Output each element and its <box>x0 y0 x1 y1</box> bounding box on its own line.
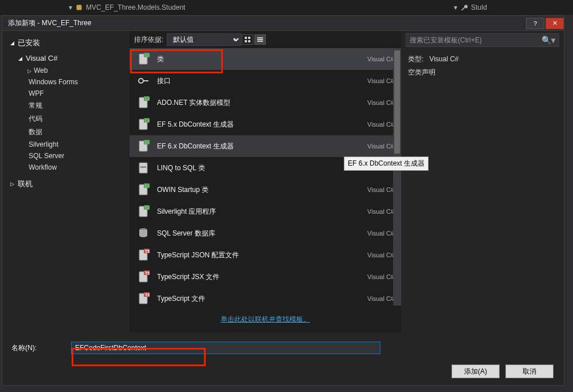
template-item[interactable]: C#ADO.NET 实体数据模型Visual C# <box>129 92 401 113</box>
template-icon: TS <box>136 248 150 262</box>
tree-item[interactable]: Silverlight <box>2 139 129 150</box>
template-label: EF 5.x DbContext 生成器 <box>157 120 360 130</box>
online-templates-link-row: 单击此处以联机并查找模板。 <box>129 305 401 332</box>
small-icons-view[interactable] <box>254 34 266 45</box>
sort-label: 排序依据: <box>134 35 163 45</box>
collapse-icon: ◢ <box>18 56 22 61</box>
online-templates-link[interactable]: 单击此处以联机并查找模板。 <box>221 315 310 323</box>
scrollbar-thumb[interactable] <box>394 50 400 154</box>
svg-text:TS: TS <box>145 249 150 253</box>
sort-select[interactable]: 默认值 <box>167 33 241 46</box>
breadcrumb-right-text: StuId <box>471 3 487 11</box>
medium-icons-view[interactable] <box>242 34 253 45</box>
svg-text:C#: C# <box>145 184 150 188</box>
template-lang: Visual C# <box>367 99 394 106</box>
grid-icon <box>244 36 251 43</box>
template-lang: Visual C# <box>367 121 394 128</box>
template-icon: C# <box>136 52 150 66</box>
template-item[interactable]: C#OWIN Startup 类Visual C# <box>129 179 401 201</box>
svg-rect-28 <box>140 166 146 168</box>
template-label: TypeScript JSX 文件 <box>157 272 360 282</box>
template-label: LINQ to SQL 类 <box>157 163 360 173</box>
template-item[interactable]: C#EF 6.x DbContext 生成器Visual C# <box>129 135 401 157</box>
add-new-item-dialog: 添加新项 - MVC_EF_Three ? ✕ ◢ 已安装 ◢ Visual C… <box>2 15 564 386</box>
csharp-node[interactable]: ◢ Visual C# <box>2 52 129 65</box>
tree-item[interactable]: 代码 <box>2 112 129 126</box>
template-label: ADO.NET 实体数据模型 <box>157 98 360 108</box>
csharp-label: Visual C# <box>26 54 57 62</box>
template-item[interactable]: TSTypeScript 文件Visual C# <box>129 288 401 305</box>
template-label: 接口 <box>157 76 360 86</box>
template-lang: Visual C# <box>367 186 394 193</box>
svg-rect-7 <box>257 41 263 42</box>
svg-text:TS: TS <box>145 271 150 275</box>
template-item[interactable]: C#类Visual C# <box>129 48 401 70</box>
breadcrumb-left[interactable]: ▾ MVC_EF_Three.Models.Student <box>6 3 185 11</box>
ide-breadcrumb-bar: ▾ MVC_EF_Three.Models.Student ▾ StuId <box>0 0 573 15</box>
template-item[interactable]: 接口Visual C# <box>129 70 401 92</box>
tree-item[interactable]: 常规 <box>2 99 129 112</box>
help-button[interactable]: ? <box>526 18 544 29</box>
template-item[interactable]: C#Silverlight 应用程序Visual C# <box>129 201 401 222</box>
name-row: 名称(N): <box>2 332 564 359</box>
template-item[interactable]: C#EF 5.x DbContext 生成器Visual C# <box>129 113 401 135</box>
breadcrumb-right[interactable]: ▾ StuId <box>454 3 567 11</box>
chevron-down-icon: ▾ <box>69 3 72 11</box>
class-icon <box>76 4 83 11</box>
search-templates-input[interactable]: 搜索已安装模板(Ctrl+E) 🔍▾ <box>406 33 559 47</box>
template-icon: TS <box>136 270 150 284</box>
template-lang: Visual C# <box>367 273 394 280</box>
tree-item[interactable]: WPF <box>2 88 129 99</box>
svg-text:TS: TS <box>145 293 150 297</box>
tree-item[interactable]: Windows Forms <box>2 76 129 88</box>
svg-text:C#: C# <box>145 119 150 123</box>
template-item[interactable]: TSTypeScript JSON 配置文件Visual C# <box>129 244 401 266</box>
template-icon: TS <box>136 292 150 305</box>
template-icon <box>136 161 150 175</box>
dropdown-icon: ▾ <box>233 37 236 42</box>
tree-item[interactable]: Workflow <box>2 162 129 173</box>
tree-item[interactable]: ▷Web <box>2 65 129 76</box>
template-label: OWIN Startup 类 <box>157 185 360 195</box>
close-button[interactable]: ✕ <box>545 18 564 29</box>
name-input[interactable] <box>71 342 380 354</box>
template-icon: C# <box>136 96 150 109</box>
template-label: EF 6.x DbContext 生成器 <box>157 142 360 151</box>
svg-text:C#: C# <box>145 97 150 101</box>
svg-rect-0 <box>77 5 82 10</box>
template-icon <box>136 74 150 88</box>
svg-rect-6 <box>257 39 263 40</box>
template-icon: C# <box>136 139 150 153</box>
add-button[interactable]: 添加(A) <box>452 364 500 378</box>
svg-text:C#: C# <box>145 206 150 210</box>
template-icon <box>136 226 150 240</box>
tooltip: EF 6.x DbContext 生成器 <box>344 156 429 171</box>
svg-rect-2 <box>248 37 250 39</box>
template-item[interactable]: TSTypeScript JSX 文件Visual C# <box>129 266 401 288</box>
dialog-titlebar[interactable]: 添加新项 - MVC_EF_Three ? ✕ <box>2 16 564 31</box>
template-lang: Visual C# <box>367 77 394 84</box>
template-lang: Visual C# <box>367 295 394 302</box>
search-icon: 🔍▾ <box>541 36 555 45</box>
search-placeholder: 搜索已安装模板(Ctrl+E) <box>410 36 482 45</box>
chevron-down-icon: ▾ <box>454 3 457 11</box>
template-label: TypeScript JSON 配置文件 <box>157 250 360 260</box>
template-label: Silverlight 应用程序 <box>157 207 360 217</box>
template-item[interactable]: SQL Server 数据库Visual C# <box>129 222 401 244</box>
tree-item[interactable]: 数据 <box>2 126 129 139</box>
installed-label: 已安装 <box>18 38 40 48</box>
scrollbar[interactable] <box>393 48 401 305</box>
template-lang: Visual C# <box>367 252 394 258</box>
template-lang: Visual C# <box>367 56 394 62</box>
installed-section[interactable]: ◢ 已安装 <box>2 34 129 52</box>
category-tree: ◢ 已安装 ◢ Visual C# ▷WebWindows FormsWPF常规… <box>2 31 129 332</box>
type-value: Visual C# <box>429 55 458 63</box>
svg-rect-1 <box>245 37 247 39</box>
template-label: SQL Server 数据库 <box>157 229 360 238</box>
template-list[interactable]: C#类Visual C#接口Visual C#C#ADO.NET 实体数据模型V… <box>129 48 401 305</box>
cancel-button[interactable]: 取消 <box>505 364 554 378</box>
sort-bar: 排序依据: 默认值 ▾ <box>129 31 401 48</box>
template-icon: C# <box>136 183 150 197</box>
online-section[interactable]: ▷ 联机 <box>2 177 129 191</box>
tree-item[interactable]: SQL Server <box>2 150 129 162</box>
